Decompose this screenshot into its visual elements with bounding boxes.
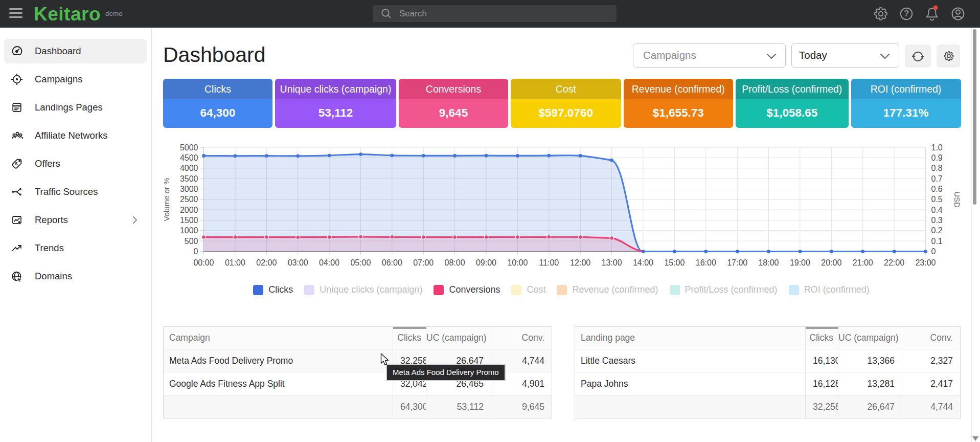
svg-text:1000: 1000 bbox=[180, 226, 198, 235]
svg-text:0.2: 0.2 bbox=[931, 226, 943, 235]
svg-text:500: 500 bbox=[185, 237, 198, 246]
svg-text:0.4: 0.4 bbox=[931, 206, 943, 214]
svg-text:3000: 3000 bbox=[180, 185, 198, 193]
svg-text:5000: 5000 bbox=[180, 143, 198, 152]
svg-text:20:00: 20:00 bbox=[821, 258, 841, 267]
svg-text:4500: 4500 bbox=[180, 153, 198, 162]
svg-text:2500: 2500 bbox=[180, 195, 198, 204]
svg-text:22:00: 22:00 bbox=[884, 258, 904, 267]
svg-text:0.8: 0.8 bbox=[931, 164, 943, 172]
svg-text:0.9: 0.9 bbox=[931, 153, 943, 162]
svg-text:18:00: 18:00 bbox=[758, 258, 779, 267]
svg-text:0.1: 0.1 bbox=[931, 237, 943, 246]
svg-text:0: 0 bbox=[194, 247, 198, 256]
svg-text:4000: 4000 bbox=[180, 164, 198, 172]
svg-text:02:00: 02:00 bbox=[256, 258, 277, 267]
svg-text:16:00: 16:00 bbox=[696, 258, 716, 267]
svg-text:0.6: 0.6 bbox=[931, 185, 943, 193]
svg-text:13:00: 13:00 bbox=[602, 258, 622, 267]
svg-text:00:00: 00:00 bbox=[193, 258, 214, 267]
svg-text:$: $ bbox=[15, 161, 18, 166]
svg-text:0: 0 bbox=[931, 247, 936, 256]
svg-text:06:00: 06:00 bbox=[382, 258, 402, 267]
svg-text:17:00: 17:00 bbox=[727, 258, 747, 267]
svg-text:05:00: 05:00 bbox=[350, 258, 371, 267]
svg-text:Volume or %: Volume or % bbox=[163, 178, 171, 221]
svg-text:21:00: 21:00 bbox=[853, 258, 873, 267]
svg-text:0.5: 0.5 bbox=[931, 195, 943, 204]
svg-text:23:00: 23:00 bbox=[915, 258, 936, 267]
svg-text:19:00: 19:00 bbox=[790, 258, 810, 267]
svg-text:10:00: 10:00 bbox=[507, 258, 528, 267]
svg-text:?: ? bbox=[904, 9, 909, 18]
svg-text:08:00: 08:00 bbox=[445, 258, 465, 267]
svg-text:01:00: 01:00 bbox=[225, 258, 245, 267]
svg-text:1.0: 1.0 bbox=[931, 143, 943, 152]
svg-text:0.7: 0.7 bbox=[931, 174, 943, 183]
svg-text:04:00: 04:00 bbox=[319, 258, 339, 267]
svg-text:0.3: 0.3 bbox=[931, 216, 943, 225]
svg-text:12:00: 12:00 bbox=[570, 258, 590, 267]
svg-text:14:00: 14:00 bbox=[633, 258, 653, 267]
svg-text:3500: 3500 bbox=[180, 174, 198, 183]
svg-text:07:00: 07:00 bbox=[413, 258, 434, 267]
svg-text:15:00: 15:00 bbox=[664, 258, 685, 267]
svg-text:USD: USD bbox=[953, 191, 962, 208]
svg-text:2000: 2000 bbox=[180, 206, 198, 214]
svg-text:1500: 1500 bbox=[180, 216, 198, 225]
svg-text:11:00: 11:00 bbox=[539, 258, 559, 267]
svg-text:09:00: 09:00 bbox=[476, 258, 496, 267]
svg-text:03:00: 03:00 bbox=[288, 258, 308, 267]
